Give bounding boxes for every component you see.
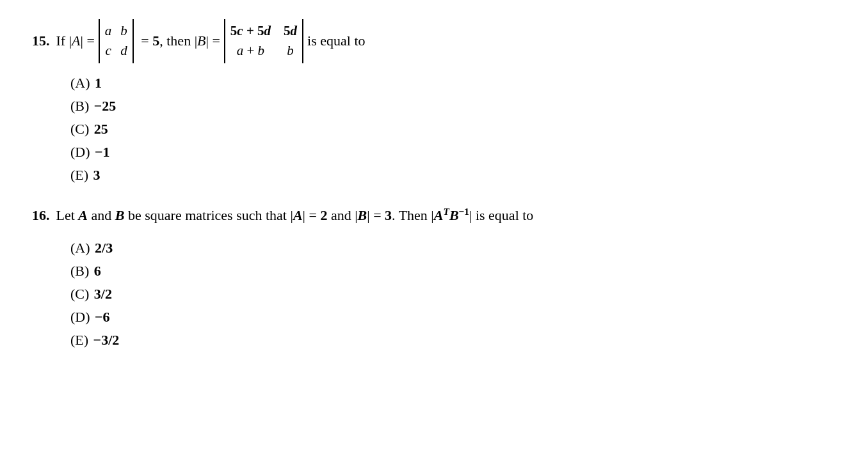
option-16-B: (B) 6	[70, 263, 836, 279]
option-16-C: (C) 3/2	[70, 286, 836, 302]
matrix-a-det: a b c d	[99, 19, 134, 63]
question-15-statement: 15. If |A| = a b c d = 5, then |B| = 5c …	[32, 19, 836, 63]
option-16-A: (A) 2/3	[70, 240, 836, 256]
option-16-E: (E) −3/2	[70, 332, 836, 348]
option-16-D: (D) −6	[70, 309, 836, 325]
question-16-statement: 16. Let A and B be square matrices such …	[32, 203, 836, 228]
q15-is-equal-to: is equal to	[307, 33, 365, 49]
option-15-C: (C) 25	[70, 121, 836, 137]
option-15-B: (B) −25	[70, 98, 836, 114]
question-16-number: 16.	[32, 203, 50, 228]
q15-if-text: If |A| =	[56, 33, 95, 49]
matrix-b-det: 5c + 5d 5d a + b b	[224, 19, 303, 63]
option-15-A: (A) 1	[70, 75, 836, 91]
question-15-number: 15.	[32, 33, 50, 49]
option-15-D: (D) −1	[70, 144, 836, 160]
question-16: 16. Let A and B be square matrices such …	[32, 203, 836, 348]
q15-equals-5: = 5, then |B| =	[138, 33, 220, 49]
question-15-options: (A) 1 (B) −25 (C) 25 (D) −1 (E) 3	[70, 75, 836, 184]
question-15: 15. If |A| = a b c d = 5, then |B| = 5c …	[32, 19, 836, 184]
option-15-E: (E) 3	[70, 167, 836, 184]
question-16-options: (A) 2/3 (B) 6 (C) 3/2 (D) −6 (E) −3/2	[70, 240, 836, 348]
q16-intro: Let A and B be square matrices such that…	[56, 203, 534, 228]
